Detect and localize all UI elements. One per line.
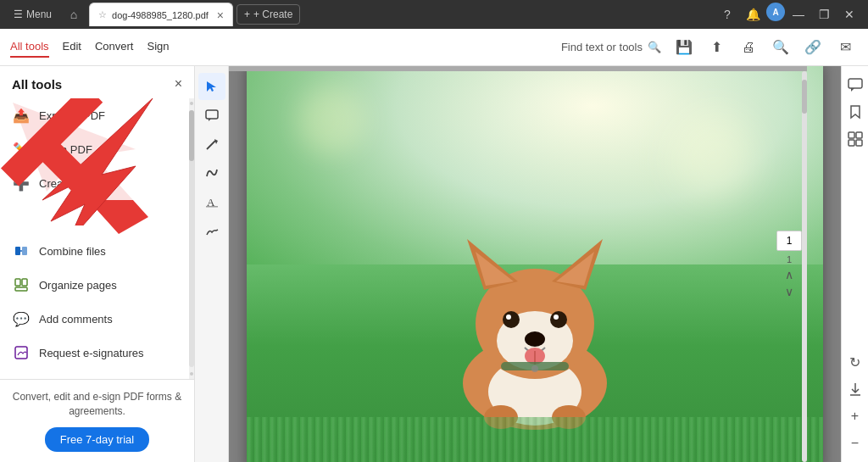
select-tool-button[interactable]	[198, 73, 225, 100]
email-icon[interactable]: ✉	[832, 35, 858, 60]
comments-tool-icon: 💬	[12, 309, 31, 328]
current-page-box[interactable]: 1	[776, 231, 802, 251]
sidebar-item-export[interactable]: 📤 Export a PDF	[0, 98, 189, 132]
search-bar[interactable]: Find text or tools 🔍	[561, 41, 661, 53]
home-button[interactable]: ⌂	[62, 3, 86, 26]
tools-panel: A	[195, 66, 229, 462]
help-button[interactable]: ?	[715, 3, 739, 26]
sidebar-item-esign[interactable]: Request e-signatures	[0, 336, 189, 370]
svg-line-19	[207, 141, 215, 149]
toolbar: All tools Edit Convert Sign Find text or…	[0, 29, 868, 66]
combine-icon	[12, 242, 31, 260]
svg-point-34	[554, 314, 559, 320]
pdf-viewer[interactable]: 1 1 ∧ ∨	[229, 66, 841, 462]
save-icon[interactable]: 💾	[671, 35, 697, 60]
notification-button[interactable]: 🔔	[741, 3, 765, 26]
sidebar-item-combine[interactable]: Combine files	[0, 234, 189, 268]
sidebar-scroll-area: 📤 Export a PDF ✏️ Edit a PDF ➕ Create a …	[0, 98, 189, 379]
comments-panel-button[interactable]	[843, 73, 867, 97]
curve-tool-button[interactable]	[198, 159, 225, 186]
page-down-button[interactable]: ∨	[785, 285, 793, 298]
upload-icon[interactable]: ⬆	[704, 35, 729, 60]
export-icon: 📤	[12, 106, 31, 125]
tab-convert[interactable]: Convert	[95, 36, 134, 58]
svg-rect-7	[22, 279, 27, 286]
sidebar-item-comments[interactable]: 💬 Add comments	[0, 302, 189, 336]
close-button[interactable]: ✕	[837, 3, 861, 26]
sidebar-item-organize[interactable]: Organize pages	[0, 268, 189, 302]
text-tool-button[interactable]: A	[198, 188, 225, 215]
menu-label: Menu	[26, 8, 52, 20]
minimize-button[interactable]: —	[787, 3, 810, 26]
download-panel-icon[interactable]	[843, 377, 867, 401]
svg-point-33	[506, 314, 511, 320]
horizontal-scrollbar-track[interactable]	[229, 66, 807, 71]
svg-rect-3	[15, 247, 20, 255]
sidebar-item-edit-label: Edit a PDF	[39, 143, 92, 156]
esign-icon	[12, 343, 31, 362]
svg-rect-46	[856, 132, 862, 138]
vertical-scrollbar-track[interactable]	[802, 71, 807, 462]
sidebar-item-create[interactable]: ➕ Create a PDF	[0, 166, 189, 200]
active-tab[interactable]: ☆ dog-4988985_1280.pdf ×	[89, 3, 233, 26]
zoom-out-icon[interactable]: −	[843, 431, 867, 455]
refresh-icon[interactable]: ↻	[843, 350, 867, 374]
annotation-area: 📤 Export a PDF ✏️ Edit a PDF ➕ Create a …	[0, 98, 189, 234]
page-up-button[interactable]: ∧	[785, 268, 793, 281]
create-label: + Create	[253, 8, 292, 20]
comment-tool-button[interactable]	[198, 102, 225, 129]
bookmarks-panel-button[interactable]	[843, 100, 867, 124]
svg-marker-44	[851, 106, 860, 118]
svg-point-41	[531, 365, 538, 372]
link-icon[interactable]: 🔗	[800, 35, 826, 60]
pdf-page	[247, 66, 823, 462]
sidebar-item-organize-label: Organize pages	[39, 279, 117, 292]
new-tab-button[interactable]: + + Create	[236, 4, 300, 25]
tab-edit[interactable]: Edit	[63, 36, 81, 58]
sidebar-close-button[interactable]: ×	[175, 76, 182, 92]
restore-button[interactable]: ❐	[812, 3, 836, 26]
pages-panel-button[interactable]	[843, 127, 867, 151]
total-pages: 1	[787, 254, 792, 264]
tab-all-tools[interactable]: All tools	[10, 36, 49, 58]
svg-rect-4	[22, 247, 27, 255]
sidebar-title: All tools	[12, 77, 62, 92]
search-icon: 🔍	[648, 41, 661, 53]
sign-tool-button[interactable]	[198, 217, 225, 244]
svg-rect-42	[849, 79, 862, 88]
title-bar: ☰ Menu ⌂ ☆ dog-4988985_1280.pdf × + + Cr…	[0, 0, 868, 29]
sidebar-header: All tools ×	[0, 66, 194, 98]
tab-sign[interactable]: Sign	[147, 36, 169, 58]
tab-close-button[interactable]: ×	[217, 8, 224, 22]
avatar[interactable]: A	[766, 3, 785, 21]
sidebar: All tools ×	[0, 66, 195, 462]
window-actions: ? 🔔 A — ❐ ✕	[715, 3, 861, 26]
menu-button[interactable]: ☰ Menu	[7, 5, 58, 24]
scroll-thumb	[189, 110, 194, 161]
sidebar-item-comments-label: Add comments	[39, 313, 113, 326]
plus-icon: +	[244, 8, 250, 20]
trial-button[interactable]: Free 7-day trial	[45, 427, 149, 452]
print-icon[interactable]: 🖨	[736, 35, 761, 60]
sidebar-item-esign-label: Request e-signatures	[39, 347, 144, 359]
sidebar-item-scan[interactable]: Scan & OCR	[0, 370, 189, 379]
svg-point-35	[525, 331, 545, 347]
search-label: Find text or tools	[561, 41, 643, 53]
zoom-in-icon[interactable]: +	[843, 404, 867, 428]
tab-star-icon[interactable]: ☆	[98, 9, 107, 20]
draw-tool-button[interactable]	[198, 131, 225, 158]
create-icon: ➕	[12, 174, 31, 192]
svg-marker-16	[207, 81, 216, 92]
toolbar-action-icons: 💾 ⬆ 🖨 🔍 🔗 ✉	[671, 35, 858, 60]
sidebar-scrollbar[interactable]	[189, 98, 194, 379]
svg-point-31	[503, 311, 520, 328]
enhance-icon[interactable]: 🔍	[768, 35, 793, 60]
sidebar-footer-text: Convert, edit and e-sign PDF forms & agr…	[12, 390, 182, 419]
sidebar-item-combine-label: Combine files	[39, 245, 106, 258]
sidebar-item-edit[interactable]: ✏️ Edit a PDF	[0, 132, 189, 166]
svg-rect-48	[856, 140, 862, 146]
svg-rect-17	[206, 110, 218, 119]
scroll-track	[189, 110, 194, 367]
svg-rect-47	[849, 140, 854, 146]
home-icon: ⌂	[70, 8, 77, 21]
